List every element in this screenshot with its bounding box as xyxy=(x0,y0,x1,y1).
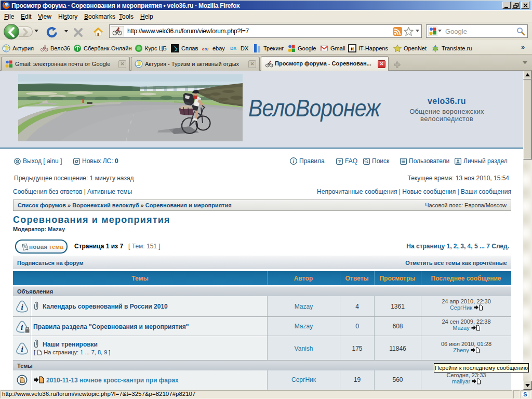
svg-text:?: ? xyxy=(338,158,341,164)
svg-text:it: it xyxy=(351,45,354,51)
svg-text:y: y xyxy=(206,47,209,51)
svg-text:i: i xyxy=(293,158,295,164)
svg-text:S: S xyxy=(523,391,527,397)
svg-text:DX: DX xyxy=(230,46,236,51)
